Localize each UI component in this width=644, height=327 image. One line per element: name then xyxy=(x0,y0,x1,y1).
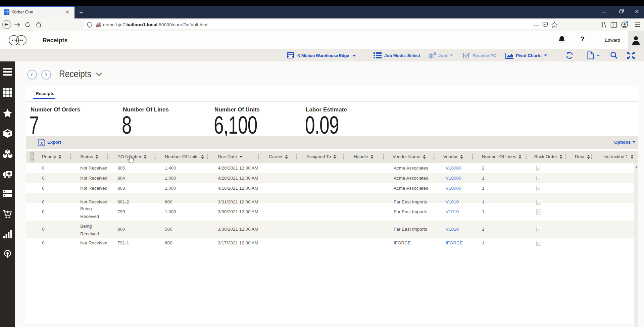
svg-text:X: X xyxy=(40,141,43,146)
svg-text:KÖRBER: KÖRBER xyxy=(12,39,23,42)
